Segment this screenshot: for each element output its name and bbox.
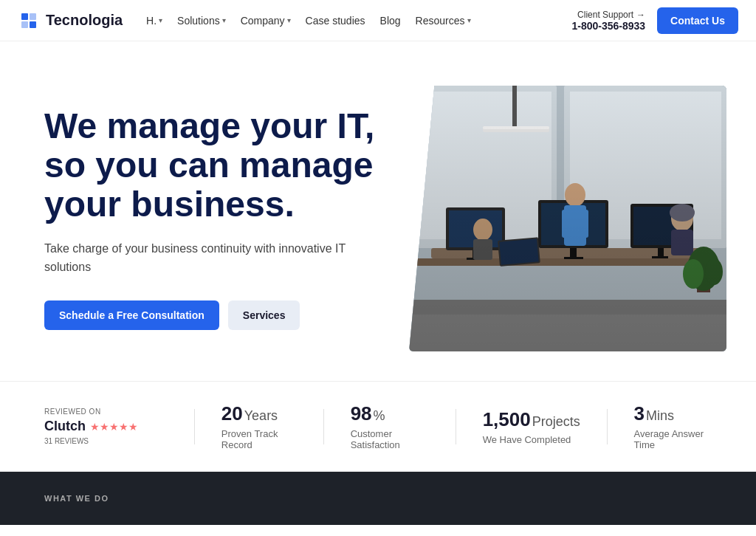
support-info: Client Support → 1-800-356-8933 <box>571 10 645 32</box>
nav-item-resources[interactable]: Resources ▾ <box>416 15 471 27</box>
schedule-consultation-button[interactable]: Schedule a Free Consultation <box>44 300 219 330</box>
nav-item-solutions[interactable]: Solutions ▾ <box>177 15 226 27</box>
what-we-do-label: WHAT WE DO <box>44 494 109 503</box>
chevron-down-icon: ▾ <box>287 16 291 24</box>
logo-text: Tecnologia <box>46 12 123 29</box>
reviewed-on-label: REVIEWED ON <box>44 408 138 416</box>
hero-content: We manage your IT, so you can manage you… <box>44 107 384 330</box>
support-link: Client Support → <box>571 10 645 20</box>
stat-projects: 1,500 Projects We Have Completed <box>483 408 580 445</box>
stats-bar: REVIEWED ON Clutch ★★★★★ 31 REVIEWS 20 Y… <box>0 381 756 472</box>
navbar: Tecnologia H. ▾ Solutions ▾ Company ▾ Ca… <box>0 0 756 41</box>
hero-title: We manage your IT, so you can manage you… <box>44 107 384 224</box>
dark-section: WHAT WE DO <box>0 472 756 525</box>
logo[interactable]: Tecnologia <box>18 10 123 32</box>
nav-item-blog[interactable]: Blog <box>380 15 401 27</box>
stat-response-time: 3 Mins Average Answer Time <box>634 402 712 450</box>
stat-response-time-value: 3 Mins <box>634 402 712 425</box>
chevron-down-icon: ▾ <box>222 16 226 24</box>
hero-image <box>409 86 726 351</box>
stat-satisfaction: 98% Customer Satisfaction <box>351 402 429 450</box>
hero-subtitle: Take charge of your business continuity … <box>44 239 384 277</box>
stat-projects-label: We Have Completed <box>483 434 580 445</box>
stat-response-time-label: Average Answer Time <box>634 428 712 450</box>
stat-years-label: Proven Track Record <box>221 428 297 450</box>
phone-number: 1-800-356-8933 <box>571 20 645 32</box>
clutch-section: REVIEWED ON Clutch ★★★★★ 31 REVIEWS <box>44 408 168 445</box>
navbar-right: Client Support → 1-800-356-8933 Contact … <box>571 7 738 34</box>
hero-buttons: Schedule a Free Consultation Services <box>44 300 384 330</box>
star-rating: ★★★★★ <box>90 421 138 433</box>
reviews-count: 31 REVIEWS <box>44 437 138 445</box>
svg-rect-3 <box>30 21 36 28</box>
nav-item-case-studies[interactable]: Case studies <box>306 15 365 27</box>
svg-rect-0 <box>21 13 28 20</box>
stat-divider <box>194 409 195 444</box>
navbar-left: Tecnologia H. ▾ Solutions ▾ Company ▾ Ca… <box>18 10 471 32</box>
stat-divider <box>607 409 608 444</box>
stat-satisfaction-value: 98% <box>351 402 429 425</box>
clutch-row: Clutch ★★★★★ <box>44 419 138 434</box>
stat-divider <box>323 409 324 444</box>
hero-section: We manage your IT, so you can manage you… <box>0 41 756 381</box>
contact-button[interactable]: Contact Us <box>657 7 738 34</box>
clutch-name: Clutch <box>44 419 86 434</box>
chevron-down-icon: ▾ <box>159 16 162 24</box>
arrow-right-icon: → <box>636 10 645 20</box>
logo-icon <box>18 10 40 32</box>
nav-links: H. ▾ Solutions ▾ Company ▾ Case studies … <box>146 15 470 27</box>
svg-rect-2 <box>21 21 28 28</box>
stat-divider <box>456 409 456 444</box>
stat-years-value: 20 Years <box>221 402 297 425</box>
nav-item-company[interactable]: Company ▾ <box>241 15 291 27</box>
nav-item-h[interactable]: H. ▾ <box>146 15 162 27</box>
chevron-down-icon: ▾ <box>467 16 471 24</box>
stat-years: 20 Years Proven Track Record <box>221 402 297 450</box>
services-button[interactable]: Services <box>228 300 300 330</box>
office-photo <box>409 86 726 351</box>
stat-satisfaction-label: Customer Satisfaction <box>351 428 429 450</box>
stat-projects-value: 1,500 Projects <box>483 408 580 431</box>
svg-rect-43 <box>409 86 726 351</box>
svg-rect-1 <box>30 13 36 20</box>
